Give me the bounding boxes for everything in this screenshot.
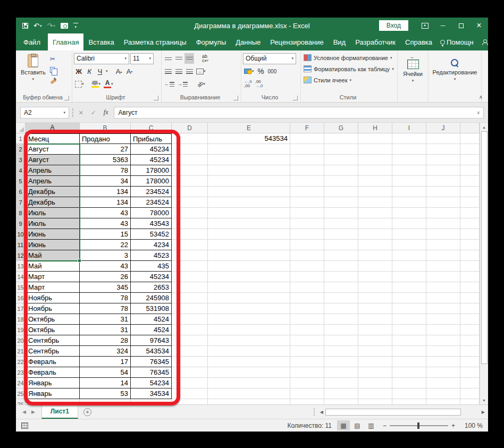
ribbon-tab-3[interactable]: Формулы (191, 33, 231, 50)
cell-J10[interactable] (426, 229, 460, 240)
row-header-21[interactable]: 21 (16, 346, 26, 357)
cell-D7[interactable] (172, 197, 208, 208)
cell-E3[interactable] (208, 155, 290, 165)
cell-H19[interactable] (358, 325, 392, 335)
cell-A12[interactable]: Май (26, 250, 80, 261)
cell-H25[interactable] (358, 388, 392, 399)
cell-G10[interactable] (324, 229, 358, 240)
cell-H15[interactable] (358, 282, 392, 293)
cell-D9[interactable] (172, 218, 208, 229)
cell-H9[interactable] (358, 218, 392, 229)
row-header-8[interactable]: 8 (16, 208, 26, 218)
row-header-16[interactable]: 16 (16, 293, 26, 303)
cell-D23[interactable] (172, 367, 208, 378)
scroll-up-icon[interactable]: ▲ (480, 123, 489, 131)
cell-I7[interactable] (392, 197, 426, 208)
cell-K18[interactable] (460, 314, 480, 325)
cell-B16[interactable]: 78 (80, 293, 131, 303)
cell-E1[interactable]: 543534 (208, 133, 290, 144)
cell-C6[interactable]: 234524 (131, 187, 172, 197)
cell-B17[interactable]: 78 (80, 303, 131, 314)
clipboard-dialog-launcher-icon[interactable] (64, 96, 69, 100)
bold-button[interactable]: Ж (74, 66, 83, 77)
format-painter-button[interactable] (50, 76, 58, 84)
column-header-G[interactable]: G (324, 123, 358, 133)
cell-E2[interactable] (208, 144, 290, 155)
row-header-23[interactable]: 23 (16, 367, 26, 378)
cell-G7[interactable] (324, 197, 358, 208)
cancel-entry-icon[interactable]: × (77, 108, 86, 117)
cell-C23[interactable]: 76345 (131, 367, 172, 378)
cell-B15[interactable]: 345 (80, 282, 131, 293)
cell-G21[interactable] (324, 346, 358, 357)
vertical-scrollbar[interactable]: ▲ ▼ (480, 123, 488, 404)
underline-button[interactable]: Ч (95, 66, 105, 77)
cell-H1[interactable] (358, 133, 392, 144)
cell-I13[interactable] (392, 261, 426, 272)
cell-D20[interactable] (172, 335, 208, 346)
row-header-7[interactable]: 7 (16, 197, 26, 208)
ribbon-tab-8[interactable]: Справка (400, 33, 437, 50)
cell-I5[interactable] (392, 176, 426, 187)
cell-E10[interactable] (208, 229, 290, 240)
cell-C17[interactable]: 531908 (131, 303, 172, 314)
cell-F4[interactable] (290, 165, 324, 176)
cell-B18[interactable]: 31 (80, 314, 131, 325)
cell-G2[interactable] (324, 144, 358, 155)
dropdown-icon[interactable]: ▾ (390, 56, 392, 60)
dropdown-icon[interactable]: ▾ (392, 67, 394, 71)
cell-J3[interactable] (426, 155, 460, 165)
column-header-F[interactable]: F (290, 123, 324, 133)
column-header-B[interactable]: B (80, 123, 131, 133)
cell-E20[interactable] (208, 335, 290, 346)
wrap-text-button[interactable]: abc↩ (200, 53, 210, 64)
cell-D12[interactable] (172, 250, 208, 261)
cell-B6[interactable]: 134 (80, 187, 131, 197)
ribbon-tab-5[interactable]: Рецензирование (265, 33, 328, 50)
macro-record-icon[interactable] (21, 422, 28, 429)
cell-H11[interactable] (358, 240, 392, 250)
cell-A6[interactable]: Декабрь (26, 187, 80, 197)
cell-D14[interactable] (172, 272, 208, 282)
cell-J14[interactable] (426, 272, 460, 282)
cell-E11[interactable] (208, 240, 290, 250)
accounting-format-button[interactable]: ▾ (243, 66, 255, 77)
cell-K17[interactable] (460, 303, 480, 314)
cell-I25[interactable] (392, 388, 426, 399)
cell-I15[interactable] (392, 282, 426, 293)
cell-B23[interactable]: 54 (80, 367, 131, 378)
cell-E4[interactable] (208, 165, 290, 176)
cell-C13[interactable]: 435 (131, 261, 172, 272)
cell-E26[interactable] (208, 399, 290, 404)
cell-D17[interactable] (172, 303, 208, 314)
undo-icon[interactable]: ↶▾ (33, 22, 41, 29)
cell-C19[interactable]: 4524 (131, 325, 172, 335)
cell-G4[interactable] (324, 165, 358, 176)
ribbon-tab-7[interactable]: Разработчик (350, 33, 400, 50)
cell-I19[interactable] (392, 325, 426, 335)
row-header-6[interactable]: 6 (16, 187, 26, 197)
cell-I17[interactable] (392, 303, 426, 314)
redo-icon[interactable]: ↷▾ (47, 22, 55, 29)
cell-B10[interactable]: 15 (80, 229, 131, 240)
cell-B19[interactable]: 31 (80, 325, 131, 335)
cell-D18[interactable] (172, 314, 208, 325)
cell-H26[interactable] (358, 399, 392, 404)
font-size-select[interactable]: 11▾ (130, 53, 154, 64)
cell-E19[interactable] (208, 325, 290, 335)
cell-K23[interactable] (460, 367, 480, 378)
cell-F9[interactable] (290, 218, 324, 229)
cell-H16[interactable] (358, 293, 392, 303)
cell-B20[interactable]: 28 (80, 335, 131, 346)
underline-dropdown-icon[interactable]: ▾ (106, 69, 108, 73)
cell-J20[interactable] (426, 335, 460, 346)
cell-I26[interactable] (392, 399, 426, 404)
borders-button[interactable]: ▾ (74, 79, 85, 89)
cell-I11[interactable] (392, 240, 426, 250)
cell-A1[interactable]: Месяц (26, 133, 80, 144)
expand-formula-bar-icon[interactable]: ∨ (476, 110, 480, 115)
next-sheet-icon[interactable]: ▶ (31, 409, 35, 415)
cell-F13[interactable] (290, 261, 324, 272)
cell-K22[interactable] (460, 357, 480, 367)
cell-H22[interactable] (358, 357, 392, 367)
